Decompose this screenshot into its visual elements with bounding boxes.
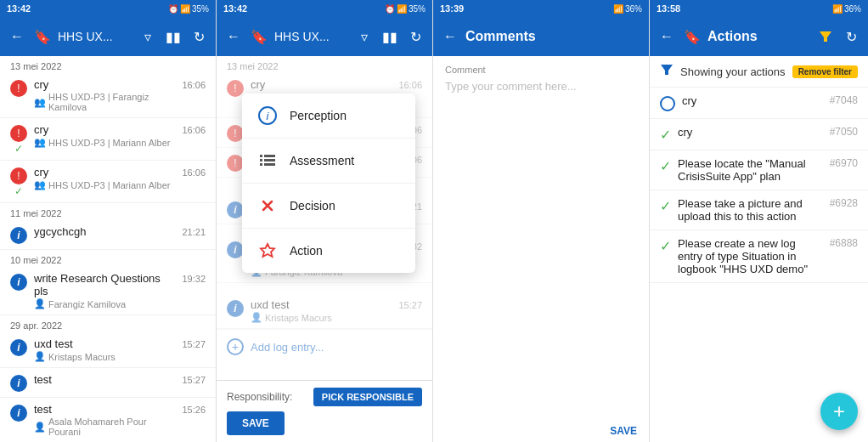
log-entry[interactable]: i test 👤Asala Mohamareh Pour Pourani 15:… <box>0 398 216 442</box>
action-title: Please create a new log entry of type Si… <box>678 237 823 275</box>
pick-responsible-button[interactable]: PICK RESPONSIBLE <box>313 388 422 406</box>
panel-2: 13:42 ⏰ 📶 35% ← 🔖 HHS UX... ▿ ▮▮ ↻ 13 me… <box>217 0 433 442</box>
exclaim-icon: ! <box>227 125 244 142</box>
panel-4: 13:58 📶 36% ← 🔖 Actions ↻ Showing your a… <box>650 0 868 442</box>
exclaim-icon: ! <box>10 125 27 142</box>
info-circle-icon: i <box>257 105 278 126</box>
entry-time: 16:06 <box>398 80 422 90</box>
svg-rect-2 <box>260 155 262 157</box>
save-button-2[interactable]: SAVE <box>227 411 285 435</box>
entry-time: 16:06 <box>182 167 206 178</box>
action-title: cry <box>678 126 823 139</box>
filter-icon-2[interactable]: ▿ <box>354 26 375 47</box>
back-button-3[interactable]: ← <box>440 26 460 47</box>
refresh-icon-2[interactable]: ↻ <box>405 26 426 47</box>
log-entry[interactable]: ! ✓ cry 👥HHS UXD-P3 | Mariann Alber 16:0… <box>0 118 216 161</box>
bookmark-icon-1[interactable]: 🔖 <box>32 26 53 47</box>
dropdown-label-decision: Decision <box>290 199 335 212</box>
entry-time: 16:06 <box>182 125 206 135</box>
back-button-2[interactable]: ← <box>223 26 244 47</box>
status-bar-2: 13:42 ⏰ 📶 35% <box>217 0 432 17</box>
filter-row: Showing your actions Remove filter <box>650 56 868 88</box>
action-status-circle <box>660 96 675 111</box>
entry-time: 15:27 <box>182 339 206 349</box>
action-num: #6888 <box>830 237 858 249</box>
action-check-icon: ✓ <box>660 127 671 143</box>
pause-icon-2[interactable]: ▮▮ <box>380 26 400 47</box>
status-icons-1: ⏰ 📶 35% <box>168 4 209 14</box>
dropdown-assessment[interactable]: Assessment <box>242 139 415 184</box>
date-header-2: 13 mei 2022 <box>217 56 432 73</box>
filter-icon-4[interactable] <box>815 26 836 47</box>
entry-title: cry <box>251 78 392 91</box>
time-2: 13:42 <box>223 3 247 14</box>
bookmark-icon-2[interactable]: 🔖 <box>249 26 269 47</box>
signal-icon: 📶 <box>613 4 623 14</box>
entry-title: cry <box>34 123 175 136</box>
entry-sub: 👥HHS UXD-P3 | Mariann Alber <box>34 137 175 148</box>
app-title-4: Actions <box>707 29 810 44</box>
log-entry[interactable]: ! ✓ cry 👥HHS UXD-P3 | Mariann Alber 16:0… <box>0 161 216 203</box>
time-4: 13:58 <box>657 3 680 14</box>
dropdown-decision[interactable]: Decision <box>242 184 415 229</box>
svg-text:i: i <box>267 110 270 122</box>
refresh-icon-1[interactable]: ↻ <box>189 26 209 47</box>
log-entry[interactable]: i uxd test 👤Kristaps Macurs 15:27 <box>0 332 216 368</box>
log-entry[interactable]: i test 15:27 <box>0 368 216 398</box>
entry-time: 16:06 <box>182 80 206 90</box>
entry-sub: 👤Kristaps Macurs <box>251 312 392 323</box>
alarm-icon: ⏰ <box>385 4 395 14</box>
log-entry[interactable]: i ygcychcgh 21:21 <box>0 220 216 250</box>
entry-sub: 👥HHS UXD-P3 | Farangiz Kamilova <box>34 92 175 112</box>
bookmark-icon-4[interactable]: 🔖 <box>682 26 702 47</box>
action-num: #7050 <box>830 126 858 138</box>
back-button-1[interactable]: ← <box>7 26 27 47</box>
save-link-3[interactable]: SAVE <box>433 420 649 442</box>
actions-list: cry #7048 ✓ cry #7050 ✓ Please locate th… <box>650 88 868 442</box>
action-item[interactable]: cry #7048 <box>650 88 868 119</box>
date-header-10mei: 10 mei 2022 <box>0 250 216 267</box>
action-item[interactable]: ✓ cry #7050 <box>650 119 868 150</box>
time-1: 13:42 <box>7 3 31 14</box>
refresh-icon-4[interactable]: ↻ <box>841 26 861 47</box>
action-title: Please locate the "Manual CrisisSuite Ap… <box>678 157 823 183</box>
filter-funnel-icon <box>660 63 674 80</box>
battery-icon: 35% <box>192 4 209 14</box>
entry-title: cry <box>34 166 175 178</box>
action-title: cry <box>682 94 823 107</box>
action-num: #6970 <box>830 157 858 169</box>
status-icons-2: ⏰ 📶 35% <box>385 4 426 14</box>
app-title-1: HHS UX... <box>58 30 132 43</box>
action-item[interactable]: ✓ Please take a picture and upload this … <box>650 190 868 230</box>
entry-title: uxd test <box>34 337 175 350</box>
log-entry[interactable]: ! cry 👥HHS UXD-P3 | Farangiz Kamilova 16… <box>0 73 216 118</box>
entry-title: test <box>34 403 175 416</box>
action-item[interactable]: ✓ Please locate the "Manual CrisisSuite … <box>650 150 868 190</box>
svg-rect-3 <box>264 155 275 157</box>
type-dropdown: i Perception Assessment Decision Action <box>242 94 415 273</box>
dropdown-label-perception: Perception <box>290 109 347 122</box>
status-bar-4: 13:58 📶 36% <box>650 0 868 17</box>
status-bar-1: 13:42 ⏰ 📶 35% <box>0 0 216 17</box>
comment-label: Comment <box>433 56 649 76</box>
comment-placeholder[interactable]: Type your comment here... <box>433 76 649 101</box>
entry-sub: 👤Kristaps Macurs <box>34 351 175 362</box>
fab-add-button[interactable]: + <box>820 393 858 430</box>
filter-icon-1[interactable]: ▿ <box>138 26 158 47</box>
filter-text: Showing your actions <box>680 65 786 78</box>
info-icon: i <box>227 300 244 317</box>
date-header-29apr: 29 apr. 2022 <box>0 315 216 332</box>
back-button-4[interactable]: ← <box>657 26 677 47</box>
info-icon: i <box>227 241 244 258</box>
pause-icon-1[interactable]: ▮▮ <box>163 26 183 47</box>
action-item[interactable]: ✓ Please create a new log entry of type … <box>650 230 868 283</box>
log-list-1: 13 mei 2022 ! cry 👥HHS UXD-P3 | Farangiz… <box>0 56 216 442</box>
log-entry[interactable]: i write Research Questions pls 👤Farangiz… <box>0 267 216 315</box>
status-icons-4: 📶 36% <box>832 4 861 14</box>
add-log-label-2: Add log entry... <box>251 341 324 354</box>
dropdown-perception[interactable]: i Perception <box>242 94 415 139</box>
dropdown-action[interactable]: Action <box>242 229 415 273</box>
entry-title: write Research Questions pls <box>34 272 175 298</box>
remove-filter-button[interactable]: Remove filter <box>792 65 858 78</box>
entry-title: uxd test <box>251 298 392 311</box>
